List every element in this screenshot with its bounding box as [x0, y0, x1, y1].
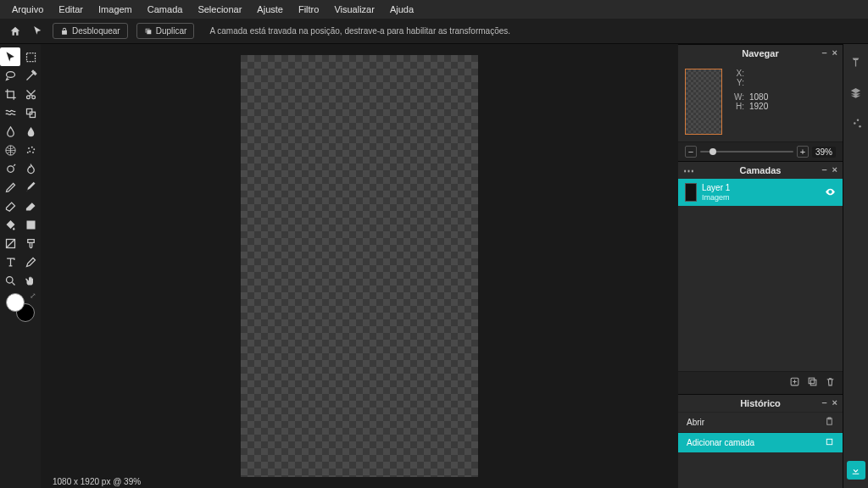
- layers-list: Layer 1 Imagem: [678, 179, 843, 371]
- navigate-title: Navegar: [742, 48, 778, 58]
- svg-point-23: [854, 122, 856, 125]
- tool-eraser[interactable]: [0, 197, 20, 215]
- svg-rect-0: [26, 53, 35, 61]
- layer-type: Imagem: [702, 193, 820, 202]
- history-item[interactable]: Adicionar camada: [678, 432, 843, 452]
- svg-point-22: [857, 119, 860, 122]
- navigate-body: X: Y: W:1080 H:1920: [678, 62, 843, 141]
- history-list: Abrir Adicionar camada: [678, 412, 843, 488]
- menu-visualizar[interactable]: Visualizar: [334, 4, 375, 14]
- zoom-value: 39%: [812, 147, 836, 158]
- layer-icon: [825, 437, 834, 448]
- visibility-icon[interactable]: [825, 186, 836, 199]
- tool-text[interactable]: [0, 252, 20, 271]
- layers-title: Camadas: [740, 165, 782, 175]
- svg-point-12: [7, 165, 14, 172]
- svg-point-10: [32, 152, 34, 153]
- tool-pen[interactable]: [0, 178, 20, 197]
- menubar: ArquivoEditarImagemCamadaSelecionarAjust…: [0, 0, 868, 19]
- menu-filtro[interactable]: Filtro: [298, 4, 319, 14]
- zoom-out-button[interactable]: −: [685, 146, 697, 158]
- tool-clone[interactable]: [20, 103, 41, 122]
- svg-point-15: [6, 276, 13, 283]
- menu-editar[interactable]: Editar: [58, 4, 83, 14]
- history-label: Adicionar camada: [687, 438, 754, 447]
- tool-cut[interactable]: [20, 85, 41, 103]
- tool-crop[interactable]: [0, 85, 20, 103]
- right-panels: Navegar –× X: Y: W:1080 H:1920 − + 39% ⋯…: [678, 44, 843, 488]
- tool-picker[interactable]: [20, 252, 41, 271]
- tool-liquify[interactable]: [0, 103, 20, 122]
- unlock-label: Desbloquear: [72, 26, 120, 36]
- sidebar-tabs: [843, 44, 868, 488]
- layer-thumb: [685, 183, 697, 202]
- tool-shape[interactable]: [0, 234, 20, 252]
- menu-ajuda[interactable]: Ajuda: [390, 4, 414, 14]
- svg-point-6: [28, 147, 30, 149]
- home-icon[interactable]: [8, 25, 22, 38]
- duplicate-label: Duplicar: [156, 26, 187, 36]
- tool-paint[interactable]: [20, 234, 41, 252]
- color-swatch[interactable]: ⤢: [6, 293, 35, 322]
- close-icon[interactable]: ×: [832, 47, 837, 58]
- svg-rect-17: [810, 380, 816, 385]
- layers-footer: [678, 371, 843, 394]
- add-layer-icon[interactable]: [789, 376, 800, 390]
- foreground-color[interactable]: [6, 293, 25, 312]
- history-panel-header: Histórico –×: [678, 394, 843, 412]
- svg-rect-18: [809, 378, 815, 384]
- duplicate-button[interactable]: Duplicar: [136, 23, 195, 39]
- canvas[interactable]: [241, 55, 478, 477]
- tool-brush[interactable]: [20, 178, 41, 197]
- tool-lasso[interactable]: [0, 66, 20, 85]
- zoom-in-button[interactable]: +: [797, 146, 809, 158]
- svg-point-11: [26, 152, 28, 153]
- history-title: Histórico: [740, 398, 781, 408]
- menu-ajuste[interactable]: Ajuste: [257, 4, 283, 14]
- hint-text: A camada está travada na posição, destra…: [209, 26, 510, 36]
- svg-point-8: [33, 148, 35, 150]
- zoom-row: − + 39%: [678, 141, 843, 161]
- tool-gradient[interactable]: [20, 215, 41, 234]
- close-icon[interactable]: ×: [832, 397, 837, 408]
- download-button[interactable]: [847, 461, 865, 480]
- type-tab-icon[interactable]: [849, 56, 862, 71]
- menu-selecionar[interactable]: Selecionar: [198, 4, 242, 14]
- delete-layer-icon[interactable]: [825, 376, 836, 390]
- zoom-slider[interactable]: [700, 151, 793, 152]
- tool-zoom[interactable]: [0, 271, 20, 290]
- layers-menu-icon[interactable]: ⋯: [683, 164, 694, 177]
- minimize-icon[interactable]: –: [821, 164, 826, 175]
- canvas-area: 1080 x 1920 px @ 39%: [41, 44, 678, 488]
- minimize-icon[interactable]: –: [821, 47, 826, 58]
- close-icon[interactable]: ×: [832, 164, 837, 175]
- tool-spray[interactable]: [20, 141, 41, 159]
- layer-item[interactable]: Layer 1 Imagem: [678, 179, 843, 206]
- tool-fill[interactable]: [0, 215, 20, 234]
- layers-tab-icon[interactable]: [849, 86, 862, 102]
- tool-mesh[interactable]: [0, 141, 20, 159]
- unlock-button[interactable]: Desbloquear: [53, 23, 128, 39]
- menu-arquivo[interactable]: Arquivo: [12, 4, 43, 14]
- tool-eraser2[interactable]: [20, 197, 41, 215]
- arrow-icon[interactable]: [31, 25, 44, 38]
- history-item[interactable]: Abrir: [678, 412, 843, 432]
- swap-colors-icon[interactable]: ⤢: [30, 291, 36, 300]
- tool-hand[interactable]: [20, 271, 41, 290]
- sliders-tab-icon[interactable]: [849, 117, 862, 132]
- tool-wand[interactable]: [20, 66, 41, 85]
- tool-droplet[interactable]: [20, 122, 41, 141]
- tool-blur[interactable]: [0, 122, 20, 141]
- menu-imagem[interactable]: Imagem: [98, 4, 132, 14]
- tool-dodge[interactable]: [0, 159, 20, 178]
- nav-preview[interactable]: [685, 69, 722, 135]
- svg-rect-21: [826, 439, 832, 444]
- tool-burn[interactable]: [20, 159, 41, 178]
- minimize-icon[interactable]: –: [821, 397, 826, 408]
- menu-camada[interactable]: Camada: [147, 4, 183, 14]
- layer-name: Layer 1: [702, 183, 820, 193]
- tool-marquee[interactable]: [20, 47, 41, 66]
- duplicate-layer-icon[interactable]: [807, 376, 818, 390]
- tool-arrow[interactable]: [0, 47, 20, 66]
- svg-rect-13: [26, 220, 35, 229]
